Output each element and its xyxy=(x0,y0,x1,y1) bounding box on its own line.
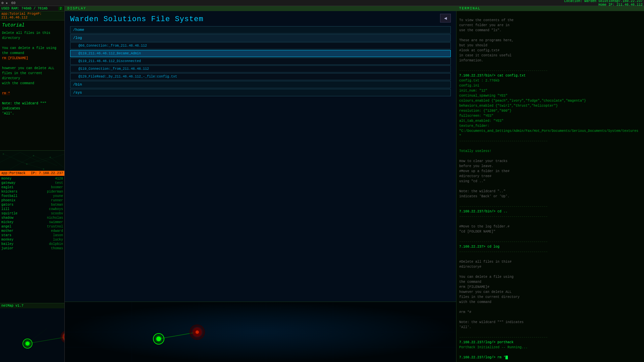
t-line-27: the command xyxy=(459,279,641,285)
log-file-2-button[interactable]: @119_211.46.46.112_Became_Admin xyxy=(70,50,451,57)
folder-sys-button[interactable]: /sys xyxy=(70,89,451,96)
t-blank-3 xyxy=(459,33,641,38)
pwd-left-6: phoenix xyxy=(1,198,32,203)
log-file-4-button[interactable]: @119_Connection:_from_211.46.46.112 xyxy=(70,65,451,72)
tutorial-spacer xyxy=(2,61,62,66)
t-line-8: current folder you are in xyxy=(459,23,641,28)
t-out-3: init_num: "12" xyxy=(459,88,641,93)
pwd-left-13: mother xyxy=(1,229,32,233)
pwd-right-7: batman xyxy=(32,203,64,207)
netmap-svg xyxy=(0,308,64,362)
left-panel: USED RAM: 746mb / 761mb 2 app:Tutorial P… xyxy=(0,6,65,362)
t-out-10: texture_folder: xyxy=(459,123,641,128)
display-bar: DISPLAY xyxy=(65,6,456,11)
app-label: app:Tutorial Prog#P: 211.46.46.112 xyxy=(1,12,42,19)
t-line-19: using "cd .." xyxy=(459,179,641,184)
t-out-12: " xyxy=(459,134,641,139)
pwd-right-11: swimmer xyxy=(32,220,64,224)
terminal-content[interactable]: #Navigate to the "bin" folder# (Binaries… xyxy=(457,11,644,362)
svg-point-34 xyxy=(196,330,199,334)
t-blank-13 xyxy=(459,305,641,310)
svg-point-17 xyxy=(25,342,30,346)
pwd-right-14: lason xyxy=(32,233,64,238)
svg-point-10 xyxy=(26,163,28,165)
t-line-12: #look at config.txt# xyxy=(459,48,641,53)
t-cmd-3: 7.160.22.237/bin/> cd .. xyxy=(459,209,641,214)
t-blank-14 xyxy=(459,315,641,320)
pwd-right-2: test xyxy=(32,181,64,185)
pwd-left-4: knickers xyxy=(1,190,32,194)
t-sep-8: ----------------------------------------… xyxy=(459,249,641,254)
pwd-left-10: shadow xyxy=(1,216,32,220)
folder-bin-button[interactable]: /bin xyxy=(70,81,451,88)
port-app-label: app:PortHack xyxy=(1,171,25,175)
main-layout: USED RAM: 746mb / 761mb 2 app:Tutorial P… xyxy=(0,6,644,362)
top-bar-left: ⚙ ★ 60 xyxy=(1,1,15,5)
t-sep-6: ----------------------------------------… xyxy=(459,214,641,219)
t-blank-7 xyxy=(459,184,641,189)
t-out-4: continual_spawning "YES" xyxy=(459,93,641,98)
pwd-right-16: dolpbin xyxy=(32,242,64,246)
t-out-11: "C:/Documents_and_Settings/Admin/Fax/Hot… xyxy=(459,128,641,134)
right-panel: TERMINAL #Navigate to the "bin" folder# … xyxy=(456,6,644,362)
t-line-9: use the command "ls". xyxy=(459,28,641,33)
pwd-left-2: gateway xyxy=(1,181,32,185)
pwd-left-12: angel xyxy=(1,224,32,229)
tutorial-line: You can delete a file usingthe command xyxy=(2,46,62,56)
folder-log-button[interactable]: /log xyxy=(70,34,451,42)
star-icon[interactable]: ★ xyxy=(6,1,8,5)
t-cmd-5: 7.160.22.237/log/> porthack xyxy=(459,340,641,345)
t-line-34: 'All'. xyxy=(459,325,641,330)
file-item-home: /home xyxy=(70,26,451,34)
t-blank-9 xyxy=(459,219,641,224)
t-line-29: however you can delete ALL xyxy=(459,290,641,295)
svg-point-9 xyxy=(3,153,4,155)
tutorial-wildcard-cmd: rm * xyxy=(2,91,62,96)
t-blank-5 xyxy=(459,144,641,149)
top-bar-right: Location: Warden Solutions@7.160.22.237 … xyxy=(564,0,643,7)
t-line-31: with the command xyxy=(459,300,641,305)
pwd-left-16: bailey xyxy=(1,242,32,246)
t-blank-16 xyxy=(459,350,641,355)
t-blank-10 xyxy=(459,234,641,239)
netmap-graphic xyxy=(0,308,64,362)
folder-home-button[interactable]: /home xyxy=(70,26,451,34)
gear-icon[interactable]: ⚙ xyxy=(1,1,4,5)
t-blank-6 xyxy=(459,154,641,159)
log-file-1-button[interactable]: @66_Connection:_from_211.46.46.112 xyxy=(70,42,451,49)
log-file-5-button[interactable]: @129_FileRead:_by_211.46.46.112_-_file:c… xyxy=(70,73,451,80)
t-line-18: #directory tree# xyxy=(459,174,641,179)
log-file-3-button[interactable]: @119_211.46.46.112_Disconnected xyxy=(70,58,451,65)
t-out-9: alt_tab_enabled: "YES" xyxy=(459,118,641,123)
svg-line-2 xyxy=(50,157,64,167)
file-item-sys: /sys xyxy=(70,89,451,96)
center-panel: DISPLAY Warden Solutions File System ◄ /… xyxy=(65,6,456,362)
t-sep-9: ----------------------------------------… xyxy=(459,335,641,340)
app-bar: app:Tutorial Prog#P: 211.46.46.112 xyxy=(0,11,64,20)
svg-line-7 xyxy=(20,152,40,162)
t-line-23: "cd [FOLDER NAME]" xyxy=(459,229,641,234)
t-out-6: behaviors_enabled {"twirl","thrust","hel… xyxy=(459,103,641,108)
center-netmap xyxy=(65,302,456,362)
password-list: money4128 gatewaytest eagle1boomer knick… xyxy=(0,176,64,303)
back-button[interactable]: ◄ xyxy=(440,14,451,22)
t-cmd-2: 7.160.22.237/bin/> cat config.txt xyxy=(459,73,641,78)
tutorial-spacer xyxy=(2,41,62,46)
pwd-right-1: 4128 xyxy=(32,176,64,181)
file-item-log4: @119_Connection:_from_211.46.46.112 xyxy=(70,65,451,72)
filesystem-title: Warden Solutions File System xyxy=(65,11,209,26)
pwd-right-15: lucky xyxy=(32,238,64,242)
t-sep-3: ----------------------------------------… xyxy=(459,68,641,73)
tutorial-content: Delete all files in thisdirectory You ca… xyxy=(2,31,62,116)
t-line-17: #Move up a folder in the# xyxy=(459,169,641,174)
t-cmd-active: 7.160.22.237/log/> rm * xyxy=(459,355,641,360)
t-line-10: These are no programs here, xyxy=(459,38,641,43)
t-sep-5: ----------------------------------------… xyxy=(459,204,641,209)
pwd-left-9: squirtle xyxy=(1,211,32,216)
tutorial-spacer xyxy=(2,96,62,101)
t-line-21: indicates 'Back' or 'Up'. xyxy=(459,194,641,199)
svg-rect-21 xyxy=(65,302,456,362)
t-sep-7: ----------------------------------------… xyxy=(459,239,641,244)
network-art xyxy=(0,151,64,171)
app-port-bar: app:PortHack IP: 7.160.22.237 xyxy=(0,171,64,176)
